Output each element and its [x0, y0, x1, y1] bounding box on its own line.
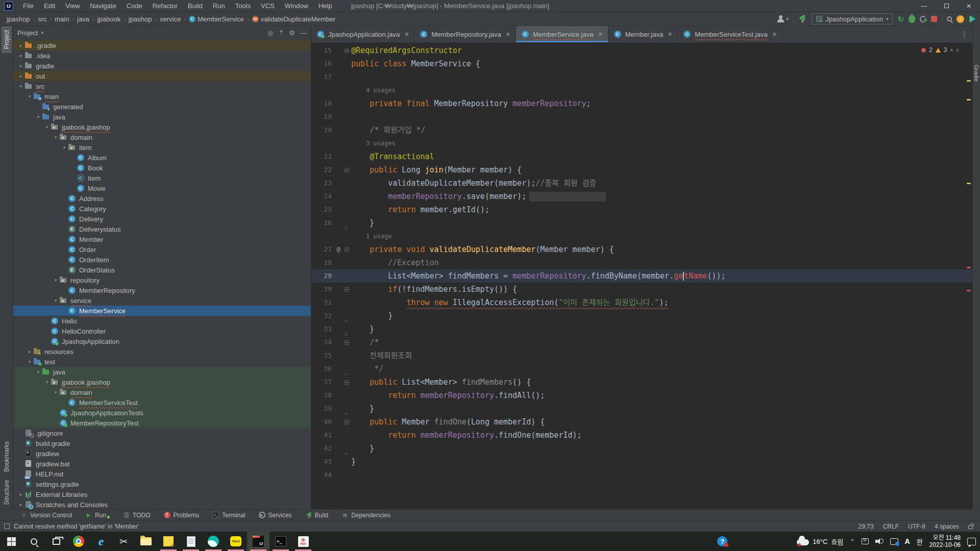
fold-marker-icon[interactable] [345, 420, 349, 424]
fold-marker-icon[interactable] [345, 48, 349, 53]
tree-item-item[interactable]: ▾item [13, 142, 311, 153]
collapse-all-icon[interactable]: ⇡ [278, 29, 284, 37]
tree-item-JpashopApplication[interactable]: CJpashopApplication [13, 336, 311, 346]
tree-chevron-icon[interactable]: ▸ [17, 502, 24, 507]
rerun-button[interactable]: ↻ [897, 15, 904, 23]
taskbar-file-explorer[interactable] [135, 532, 157, 551]
tree-chevron-icon[interactable]: ▸ [17, 43, 24, 48]
code-line-36[interactable]: 36 */ [311, 362, 972, 375]
tree-chevron-icon[interactable]: ▾ [43, 380, 51, 385]
readonly-lock-icon[interactable] [968, 525, 973, 529]
tab-Member.java[interactable]: CMember.java✕ [608, 26, 678, 42]
gutter-fold[interactable] [342, 367, 351, 371]
inspections-widget[interactable]: 2 3 ˄ ˅ [919, 45, 961, 55]
chevron-down-icon[interactable]: ▾ [41, 30, 43, 35]
tree-item-generated[interactable]: generated [13, 102, 311, 112]
taskbar-start[interactable] [0, 532, 22, 551]
tree-item-Hello[interactable]: CHello [13, 316, 311, 326]
coverage-button[interactable] [920, 16, 926, 22]
fold-marker-icon[interactable] [345, 221, 349, 226]
menu-run[interactable]: Run [208, 1, 230, 11]
code-line-18[interactable]: 18 private final MemberRepository member… [311, 97, 972, 110]
code-line-26[interactable]: 26 } [311, 216, 972, 230]
fold-marker-icon[interactable] [345, 446, 349, 451]
caret-position[interactable]: 29:73 [859, 523, 874, 530]
usages-inlay-hint[interactable]: 1 usage [351, 230, 391, 243]
tree-item-OrderItem[interactable]: COrderItem [13, 255, 311, 265]
code-line-25[interactable]: 25 return member.getId(); [311, 203, 972, 216]
toolwindow-todo[interactable]: ☰TODO [123, 512, 150, 519]
menu-build[interactable]: Build [183, 1, 207, 11]
tree-chevron-icon[interactable]: ▾ [26, 94, 33, 99]
menu-tools[interactable]: Tools [231, 1, 255, 11]
tree-item-Item[interactable]: CItem [13, 173, 311, 183]
gutter-fold[interactable] [342, 221, 351, 226]
tree-chevron-icon[interactable]: ▸ [17, 53, 24, 58]
update-available-icon[interactable]: ↑ [957, 15, 964, 23]
fold-marker-icon[interactable] [345, 314, 349, 318]
taskbar-command-prompt[interactable]: >_ [270, 532, 292, 551]
usages-inlay-hint[interactable]: 4 usages [351, 84, 396, 97]
gutter-fold[interactable] [342, 380, 351, 385]
tree-item-settings.gradle[interactable]: settings.gradle [13, 479, 311, 489]
taskbar-snipping-tool[interactable]: ✂ [112, 532, 135, 551]
tray-overflow-chevron[interactable]: ⌃ [850, 538, 854, 545]
locate-file-icon[interactable]: ◎ [267, 29, 273, 37]
tree-item-domain[interactable]: ▾domain [13, 387, 311, 397]
fold-marker-icon[interactable] [345, 380, 349, 385]
tree-item-main[interactable]: ▾main [13, 91, 311, 102]
gutter-fold[interactable] [342, 247, 351, 252]
fold-marker-icon[interactable] [345, 407, 349, 411]
tree-chevron-icon[interactable]: ▾ [52, 278, 59, 283]
clock[interactable]: 오전 11:48 2022-10-06 [929, 534, 961, 548]
file-encoding[interactable]: UTF-8 [908, 523, 925, 530]
tree-chevron-icon[interactable]: ▸ [17, 73, 24, 79]
taskbar-chrome[interactable] [67, 532, 90, 551]
menu-view[interactable]: View [61, 1, 84, 11]
taskbar-internet-explorer[interactable]: e [90, 532, 112, 551]
tree-item-MemberRepositoryTest[interactable]: CMemberRepositoryTest [13, 418, 311, 428]
tree-item-Member[interactable]: CMember [13, 234, 311, 244]
editor-options-icon[interactable]: ⋮ [960, 26, 972, 42]
gutter-fold[interactable] [342, 327, 351, 332]
code-line-39[interactable]: 39 } [311, 402, 972, 415]
tree-item-Order[interactable]: COrder [13, 244, 311, 255]
toolwindow-version-control[interactable]: ⑂Version Control [20, 512, 72, 519]
breadcrumb-item-MemberService[interactable]: CMemberService [187, 15, 246, 23]
taskbar-intellij-idea[interactable]: IJ [247, 532, 270, 551]
tree-item-gradle[interactable]: ▸gradle [13, 61, 311, 71]
ime-korean-indicator[interactable]: 한 [917, 537, 923, 546]
tab-close-icon[interactable]: ✕ [668, 31, 672, 38]
code-line-inlay[interactable]: 3 usages [311, 137, 972, 150]
build-hammer-icon[interactable] [798, 15, 807, 23]
tree-item-Movie[interactable]: CMovie [13, 183, 311, 193]
gutter-fold[interactable] [342, 340, 351, 345]
code-line-38[interactable]: 38 return memberRepository.findAll(); [311, 389, 972, 402]
tree-chevron-icon[interactable]: ▾ [17, 84, 24, 89]
tree-item-MemberRepository[interactable]: CMemberRepository [13, 285, 311, 295]
tree-item-gradlew.bat[interactable]: gradlew.bat [13, 459, 311, 469]
gutter-fold[interactable] [342, 407, 351, 411]
notification-center-icon[interactable] [967, 538, 976, 545]
usages-inlay-hint[interactable]: 3 usages [351, 137, 396, 150]
tree-item-MemberService[interactable]: CMemberService [13, 306, 311, 316]
tree-item-MemberServiceTest[interactable]: CMemberServiceTest [13, 397, 311, 408]
weather-widget[interactable]: 16°C 흐림 [797, 537, 843, 546]
tree-chevron-icon[interactable]: ▸ [17, 63, 24, 68]
gutter-fold[interactable] [342, 420, 351, 424]
code-line-inlay[interactable]: 4 usages [311, 84, 972, 97]
tree-item-service[interactable]: ▾service [13, 295, 311, 306]
code-line-24[interactable]: 24 memberRepository.save(member); [311, 190, 972, 203]
tree-item-repository[interactable]: ▾repository [13, 275, 311, 285]
menu-refactor[interactable]: Refactor [148, 1, 182, 11]
tree-item-Address[interactable]: CAddress [13, 193, 311, 204]
tree-item-java[interactable]: ▾java [13, 367, 311, 377]
fold-marker-icon[interactable] [345, 367, 349, 371]
menu-help[interactable]: Help [314, 1, 337, 11]
tree-item-.idea[interactable]: ▸.idea [13, 51, 311, 61]
tree-chevron-icon[interactable]: ▾ [43, 124, 51, 130]
fold-marker-icon[interactable] [345, 287, 349, 292]
gutter-fold[interactable] [342, 446, 351, 451]
breadcrumb-item-jpabook[interactable]: jpabook [96, 15, 122, 23]
tool-stripe-project[interactable]: Project [2, 26, 12, 53]
